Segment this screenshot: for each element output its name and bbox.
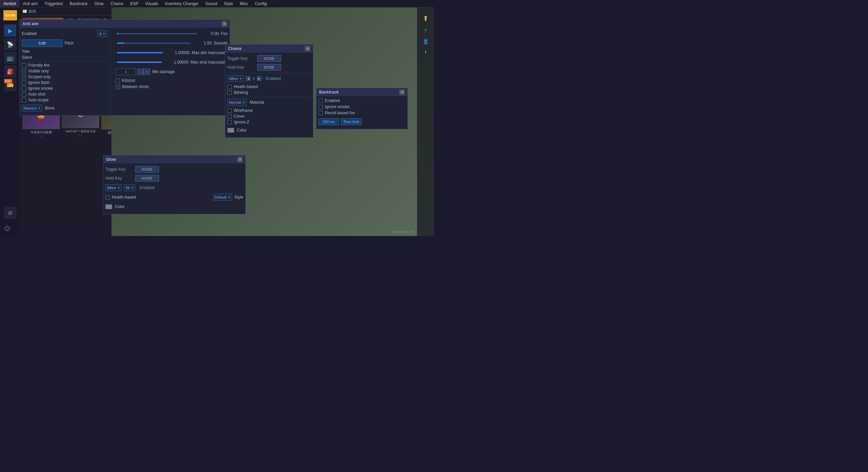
min-damage-input[interactable] [116,68,136,75]
menu-glow[interactable]: Glow [91,0,107,7]
scoped-only-checkbox[interactable] [22,75,26,79]
sidebar-play-btn[interactable]: ▶ [4,24,16,37]
menu-config[interactable]: Config [251,0,270,7]
divider-1 [22,61,107,62]
glow-all-label: All [125,186,129,190]
wireframe-checkbox[interactable] [227,108,232,113]
antiaim-right-panel: 0.00 Fov 1.00 Smooth [113,30,228,113]
glow-health-based-checkbox[interactable] [105,195,110,200]
hold-key-label: Hold Key [227,65,255,70]
glow-allies-arrow-icon: ▼ [117,186,120,189]
info-icon[interactable]: ℹ [425,50,427,54]
nav-next[interactable]: ▶ [257,76,262,81]
menu-antiaim[interactable]: Anti aim [19,0,41,7]
visible-only-checkbox[interactable] [22,69,26,73]
sidebar-tv-btn[interactable]: 📺 [4,52,16,64]
min-damage-minus[interactable]: - [137,69,143,75]
backtrack-recoil-checkbox[interactable] [318,111,323,115]
backtrack-enabled-label: Enabled [325,98,340,103]
new-badge: 最新! [4,79,12,83]
pitch-label: Pitch [65,41,74,46]
timelimit-label: Time limit [341,118,362,125]
help-icon[interactable]: ? [424,28,427,33]
enabled-value: d [99,32,101,36]
material-label: Material [249,100,264,105]
nearest-dropdown[interactable]: Nearest ▼ [22,105,42,112]
glow-health-based-label: Health based [112,195,136,200]
toggle-key-btn[interactable]: NONE [257,55,281,62]
hold-key-btn[interactable]: NONE [257,64,281,71]
watermark: www.tkrose.com [392,230,414,233]
power-button[interactable]: ⏻ [4,225,10,232]
glow-style-dropdown[interactable]: Default ▼ [213,194,232,201]
auto-shot-checkbox[interactable] [22,92,26,97]
glow-all-dropdown[interactable]: All ▼ [124,184,135,191]
sidebar-radio-btn[interactable]: 📡 [4,38,16,50]
chams-close[interactable]: ✕ [305,46,310,51]
menu-chams[interactable]: Chams [107,0,127,7]
glow-toggle-key-btn[interactable]: NONE [135,166,159,173]
wireframe-label: Wireframe [234,108,253,113]
sidebar-settings-btn[interactable]: ⚙ [4,207,16,219]
normal-value: Normal [229,100,241,104]
friendly-fire-checkbox[interactable] [22,63,26,68]
blinking-checkbox[interactable] [227,90,232,95]
allies-dropdown[interactable]: Allies ▼ [227,75,244,82]
menu-visuals[interactable]: Visuals [142,0,161,7]
chams-enabled-badge: Enabled [266,76,281,81]
enabled-dropdown[interactable]: d ▼ [98,30,107,37]
ignore-z-checkbox[interactable] [227,120,232,124]
menu-inventory-changer[interactable]: Inventory Changer [162,0,202,7]
auto-scope-checkbox[interactable] [22,98,26,102]
menu-triggerbot[interactable]: Triggerbot [41,0,66,7]
menu-backtrack[interactable]: Backtrack [66,0,91,7]
backtrack-close[interactable]: ✕ [399,89,405,95]
cover-checkbox[interactable] [227,114,232,119]
fov-slider-container [116,33,198,34]
backtrack-title: Backtrack ✕ [316,88,407,96]
min-damage-plus[interactable]: + [143,69,150,75]
glow-style-arrow-icon: ▼ [228,196,230,199]
bone-label: Bone [45,106,54,111]
glow-color-swatch[interactable] [105,204,112,209]
sidebar-inventory-btn[interactable]: 🎒 [4,65,16,78]
ignore-flash-checkbox[interactable] [22,81,26,85]
menu-style[interactable]: Style [221,0,237,7]
max-aim-slider-track[interactable] [117,52,163,53]
chams-divider-2 [227,97,311,97]
killshot-checkbox[interactable] [116,79,120,83]
fov-value: 0.00 [198,31,219,36]
csgo-logo: CS:GO [3,10,17,20]
menubar: Aimbot Anti aim Triggerbot Backtrack Glo… [0,0,434,7]
menu-misc[interactable]: Misc [237,0,252,7]
health-based-checkbox[interactable] [227,85,232,89]
antiaim-close[interactable]: ✕ [222,21,227,27]
sidebar-new-badge-btn[interactable]: 最新! 🎫 [4,79,16,91]
backtrack-enabled-checkbox[interactable] [318,99,323,103]
backtrack-ignore-smoke-checkbox[interactable] [318,105,323,109]
time-input[interactable] [318,118,339,125]
backtrack-recoil-label: Recoil based fov [325,111,355,115]
glow-style-label: Style [234,195,243,200]
menu-esp[interactable]: ESP [127,0,142,7]
glow-close[interactable]: ✕ [237,157,243,162]
user-icon[interactable]: 👤 [423,39,429,44]
menu-sound[interactable]: Sound [202,0,221,7]
glow-allies-label: Allies [107,186,116,190]
normal-dropdown[interactable]: Normal ▼ [227,99,247,106]
glow-hold-key-btn[interactable]: NONE [135,175,159,182]
pitch-input[interactable] [22,39,63,47]
ignore-smoke-checkbox[interactable] [22,86,26,91]
color-swatch[interactable] [227,128,234,133]
fov-slider-track[interactable] [117,33,197,34]
menu-aimbot[interactable]: Aimbot [0,0,19,7]
antiaim-left-panel: Enabled d ▼ Pitch Yaw [22,30,110,113]
glow-allies-dropdown[interactable]: Allies ▼ [105,184,122,191]
toggle-key-label: Toggle Key [227,56,255,61]
max-shot-slider-track[interactable] [117,62,162,63]
between-shots-checkbox[interactable] [116,85,120,89]
killshot-label: Killshot [122,78,135,83]
smooth-slider-track[interactable] [117,43,190,44]
ignore-smoke-label: Ignore smoke [28,86,53,91]
nav-prev[interactable]: ◀ [246,76,250,81]
